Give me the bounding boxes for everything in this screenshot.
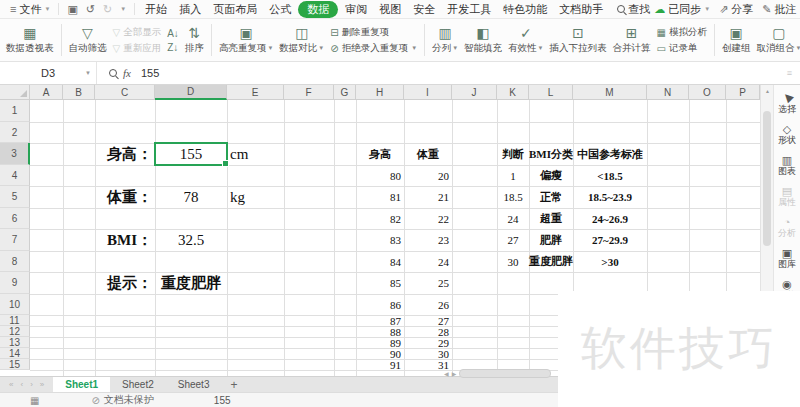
formula-bar-expand-handle[interactable]: ≡: [787, 68, 792, 78]
column-header-C[interactable]: C: [95, 85, 155, 100]
zoom-formula-icon[interactable]: [109, 69, 117, 77]
cell-D9[interactable]: 重度肥胖: [155, 272, 227, 294]
show-all-button[interactable]: ▽全部显示: [113, 26, 162, 39]
cell-L7[interactable]: 肥胖: [529, 229, 573, 251]
column-header-H[interactable]: H: [356, 85, 404, 100]
remove-duplicates-button[interactable]: ⊟删除重复项: [330, 26, 417, 39]
sheet-tab-sheet1[interactable]: Sheet1: [53, 377, 110, 392]
cell-L3[interactable]: BMI分类: [529, 143, 573, 165]
prev-sheet-icon[interactable]: ‹: [20, 380, 23, 389]
pivot-table-button[interactable]: ▦数据透视表: [3, 21, 57, 59]
sort-button[interactable]: ⇅排序: [182, 21, 207, 59]
cell-I3[interactable]: 体重: [404, 143, 452, 165]
column-header-D[interactable]: D: [155, 85, 227, 100]
menu-tab-11[interactable]: 文档助手: [554, 1, 608, 18]
create-group-button[interactable]: ▣创建组: [719, 21, 754, 59]
redo-button[interactable]: ↻: [99, 4, 116, 15]
select-all-corner[interactable]: [0, 85, 30, 100]
selected-cell-outline[interactable]: [154, 142, 228, 166]
comment-button[interactable]: ✎ 批注 ▼: [762, 2, 800, 17]
sidebar-item-chart[interactable]: ▥图表: [778, 149, 796, 180]
menu-tab-1[interactable]: 开始: [140, 1, 172, 18]
share-button[interactable]: ⇗ 分享: [719, 2, 753, 17]
cell-H5[interactable]: 81: [356, 186, 404, 208]
menu-tab-2[interactable]: 插入: [174, 1, 206, 18]
column-header-A[interactable]: A: [30, 85, 63, 100]
cell-L8[interactable]: 重度肥胖: [529, 251, 573, 272]
row-header-7[interactable]: 7: [0, 229, 30, 251]
cell-M7[interactable]: 27~29.9: [573, 229, 647, 251]
sheet-tab-sheet2[interactable]: Sheet2: [110, 377, 166, 392]
cell-K6[interactable]: 24: [497, 208, 529, 229]
fill-handle[interactable]: [222, 160, 229, 167]
cell-H6[interactable]: 82: [356, 208, 404, 229]
menu-tab-10[interactable]: 特色功能: [498, 1, 552, 18]
row-header-12[interactable]: 12: [0, 326, 30, 337]
cell-M5[interactable]: 18.5~23.9: [573, 186, 647, 208]
cell-C3[interactable]: 身高：: [95, 143, 155, 165]
cell-M4[interactable]: <18.5: [573, 165, 647, 186]
sidebar-item-analysis[interactable]: ◔分析: [778, 211, 796, 242]
column-header-I[interactable]: I: [404, 85, 452, 100]
row-header-10[interactable]: 10: [0, 294, 30, 315]
cell-K3[interactable]: 判断: [497, 143, 529, 165]
column-header-M[interactable]: M: [573, 85, 647, 100]
undo-button[interactable]: ↺: [82, 4, 99, 15]
consolidate-button[interactable]: ⊞合并计算: [610, 21, 654, 59]
cell-K7[interactable]: 27: [497, 229, 529, 251]
sort-descending-button[interactable]: Z↓: [167, 42, 179, 53]
cell-H13[interactable]: 89: [356, 337, 404, 348]
cell-M8[interactable]: >30: [573, 251, 647, 272]
next-sheet-icon[interactable]: ›: [30, 380, 33, 389]
cell-E3[interactable]: cm: [227, 143, 284, 165]
menu-tab-8[interactable]: 安全: [408, 1, 440, 18]
first-sheet-icon[interactable]: «: [9, 380, 13, 389]
menu-tab-9[interactable]: 开发工具: [442, 1, 496, 18]
record-form-button[interactable]: ▭记录单: [657, 42, 707, 55]
find-button[interactable]: 查找: [613, 2, 654, 17]
row-header-8[interactable]: 8: [0, 251, 30, 272]
last-sheet-icon[interactable]: »: [40, 380, 44, 389]
horizontal-scrollbar[interactable]: ◀ ▶: [444, 369, 564, 378]
cell-M3[interactable]: 中国参考标准: [573, 143, 647, 165]
sort-ascending-button[interactable]: A↓: [167, 28, 179, 39]
row-header-15[interactable]: 15: [0, 359, 30, 370]
cell-K5[interactable]: 18.5: [497, 186, 529, 208]
cell-I5[interactable]: 21: [404, 186, 452, 208]
cell-I7[interactable]: 23: [404, 229, 452, 251]
auto-filter-button[interactable]: ▽自动筛选: [66, 21, 110, 59]
sidebar-item-properties[interactable]: ▤属性: [778, 180, 796, 211]
column-header-P[interactable]: P: [726, 85, 760, 100]
cell-H3[interactable]: 身高: [356, 143, 404, 165]
menu-tab-4[interactable]: 公式: [264, 1, 296, 18]
column-header-N[interactable]: N: [647, 85, 689, 100]
reject-duplicate-entry-button[interactable]: ⊘拒绝录入重复项▼: [330, 42, 417, 55]
protection-status[interactable]: ⊘ 文档未保护: [91, 393, 153, 407]
cell-H14[interactable]: 90: [356, 348, 404, 359]
row-header-5[interactable]: 5: [0, 186, 30, 208]
column-header-E[interactable]: E: [227, 85, 284, 100]
cell-I8[interactable]: 24: [404, 251, 452, 272]
insert-dropdown-list-button[interactable]: ⊡插入下拉列表: [547, 21, 610, 59]
reapply-button[interactable]: ▽重新应用: [113, 42, 162, 55]
name-box[interactable]: D3 ▼: [0, 62, 97, 84]
scroll-up-icon[interactable]: ▲: [765, 88, 770, 94]
cell-H4[interactable]: 80: [356, 165, 404, 186]
cell-H15[interactable]: 91: [356, 359, 404, 370]
cell-H8[interactable]: 84: [356, 251, 404, 272]
menu-tab-5[interactable]: 数据: [298, 1, 338, 18]
cell-L4[interactable]: 偏瘦: [529, 165, 573, 186]
what-if-analysis-button[interactable]: ▦模拟分析: [657, 26, 707, 39]
row-header-9[interactable]: 9: [0, 272, 30, 294]
sidebar-item-shapes[interactable]: ◇形状: [778, 118, 796, 149]
cell-H11[interactable]: 87: [356, 315, 404, 326]
row-header-11[interactable]: 11: [0, 315, 30, 326]
cell-I9[interactable]: 25: [404, 272, 452, 294]
cell-K4[interactable]: 1: [497, 165, 529, 186]
validation-button[interactable]: ✓有效性▼: [505, 21, 546, 59]
horizontal-scrollbar-thumb[interactable]: [459, 369, 551, 378]
column-header-J[interactable]: J: [452, 85, 497, 100]
row-header-3[interactable]: 3: [0, 143, 30, 165]
cell-C7[interactable]: BMI：: [95, 229, 155, 251]
row-header-1[interactable]: 1: [0, 100, 30, 122]
